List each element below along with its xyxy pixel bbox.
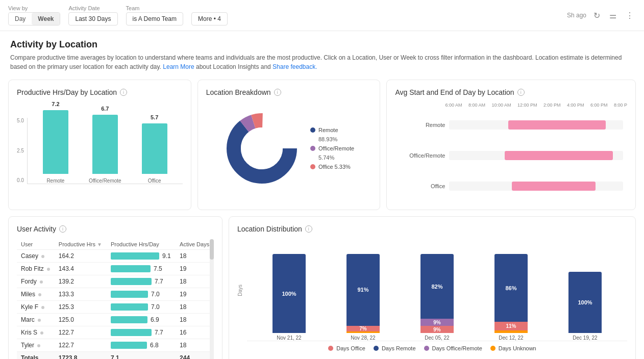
- activity-date-group: Activity Date Last 30 Days: [68, 5, 117, 25]
- toolbar-right: Sh ago ↻ ⚌ ⋮: [567, 9, 636, 22]
- table-row[interactable]: Casey 164.2 9.1 18: [17, 250, 214, 263]
- user-badge: [47, 268, 50, 271]
- location-dist-legend: Days Office Days Remote Days Office/Remo…: [237, 345, 627, 351]
- totals-row: Totals 1723.8 7.1 244: [17, 352, 214, 360]
- location-distribution-info-icon[interactable]: i: [305, 225, 312, 233]
- more-filter-button[interactable]: More • 4: [191, 12, 228, 25]
- donut-chart-container: Remote 88.93% Office/Remote 5.74% Offi: [206, 102, 372, 194]
- user-badge: [37, 344, 40, 347]
- col-active-days: Active Days: [176, 239, 214, 250]
- user-activity-title: User Activity i: [17, 225, 214, 233]
- col-hrs-per-day: Productive Hrs/Day: [107, 239, 176, 250]
- table-row[interactable]: Kyle F 125.3 7.0 18: [17, 301, 214, 314]
- legend-office-remote-dot: [310, 146, 315, 151]
- view-by-group: View by Day Week: [8, 5, 60, 25]
- gantt-row-office-remote[interactable]: Office/Remote: [399, 151, 623, 160]
- view-by-label: View by: [8, 5, 60, 11]
- legend-days-office: Days Office: [328, 345, 365, 351]
- scrollbar[interactable]: [210, 239, 214, 359]
- refresh-button[interactable]: ↻: [591, 9, 602, 22]
- legend-remote-dot: [310, 127, 315, 133]
- timestamp: Sh ago: [567, 12, 586, 19]
- user-badge: [40, 331, 43, 335]
- loc-dist-col-4[interactable]: 86% 11% Dec 12, 22: [494, 254, 528, 341]
- user-activity-tbody: Casey 164.2 9.1 18 Rob Fitz 143.4 7.5 19: [17, 250, 214, 360]
- legend-days-remote: Days Remote: [374, 345, 416, 351]
- user-activity-table-container: User Productive Hrs ▼ Productive Hrs/Day…: [17, 239, 214, 359]
- legend-office: Office 5.33%: [310, 164, 354, 170]
- more-options-button[interactable]: ⋮: [624, 9, 636, 22]
- loc-dist-col-1[interactable]: 100% Nov 21, 22: [273, 254, 306, 341]
- date-filter-button[interactable]: Last 30 Days: [68, 12, 117, 25]
- page-header: Activity by Location Compare productive …: [0, 31, 644, 75]
- col-productive-hrs[interactable]: Productive Hrs ▼: [55, 239, 107, 250]
- gantt-x-axis: 6:00 AM 8:00 AM 10:00 AM 12:00 PM 2:00 P…: [395, 102, 627, 108]
- location-distribution-chart-area: Days 100% Nov 21, 22 91% 7%: [237, 239, 627, 341]
- scrollbar-thumb[interactable]: [210, 239, 214, 260]
- dashboard: Productive Hrs/Day by Location i 5.0 2.5…: [0, 75, 644, 359]
- productive-hrs-title: Productive Hrs/Day by Location i: [17, 88, 183, 96]
- location-breakdown-chart: Location Breakdown i Remote: [197, 80, 381, 210]
- bar-office-remote[interactable]: 6.7 Office/Remote: [89, 106, 121, 184]
- table-row[interactable]: Tyler 122.7 6.8 18: [17, 339, 214, 352]
- donut-legend: Remote 88.93% Office/Remote 5.74% Offi: [310, 127, 354, 170]
- gantt-row-remote[interactable]: Remote: [399, 120, 623, 130]
- learn-more-link[interactable]: Learn More: [163, 63, 194, 70]
- legend-days-office-remote: Days Office/Remote: [424, 345, 482, 351]
- user-badge: [41, 306, 44, 309]
- legend-office-remote: Office/Remote: [310, 145, 354, 151]
- avg-start-end-title: Avg Start and End of Day by Location i: [395, 88, 627, 96]
- table-row[interactable]: Miles 133.3 7.0 19: [17, 288, 214, 301]
- user-activity-table: User Productive Hrs ▼ Productive Hrs/Day…: [17, 239, 214, 359]
- loc-dist-col-5[interactable]: 100% Dec 19, 22: [568, 272, 602, 341]
- avg-start-end-info-icon[interactable]: i: [517, 89, 525, 96]
- productive-hrs-chart: Productive Hrs/Day by Location i 5.0 2.5…: [8, 80, 191, 210]
- location-distribution-title: Location Distribution i: [237, 225, 627, 233]
- team-filter-button[interactable]: is A Demo Team: [126, 12, 183, 25]
- bottom-charts-row: User Activity i User Productive Hrs ▼ Pr…: [8, 216, 636, 359]
- table-header-row: User Productive Hrs ▼ Productive Hrs/Day…: [17, 239, 214, 250]
- table-row[interactable]: Marc 125.0 6.9 18: [17, 314, 214, 326]
- page-title: Activity by Location: [10, 39, 634, 50]
- user-badge: [38, 293, 41, 296]
- legend-office-dot: [310, 164, 315, 169]
- user-badge: [40, 280, 43, 284]
- view-by-toggle: Day Week: [8, 12, 60, 25]
- avg-start-end-chart: Avg Start and End of Day by Location i 6…: [386, 80, 636, 210]
- filter-button[interactable]: ⚌: [607, 9, 618, 22]
- gantt-chart: Remote Office/Remote Office: [395, 110, 627, 201]
- y-axis-label: Days: [237, 239, 247, 341]
- donut-chart-svg: [224, 110, 300, 187]
- svg-point-3: [241, 127, 283, 169]
- user-badge: [38, 319, 41, 322]
- page-description: Compare productive time averages by loca…: [10, 53, 634, 71]
- team-label: Team: [126, 5, 183, 11]
- share-feedback-link[interactable]: Share feedback.: [273, 63, 317, 70]
- user-badge: [41, 255, 44, 258]
- activity-date-label: Activity Date: [68, 5, 117, 11]
- bar-remote[interactable]: 7.2 Remote: [43, 101, 68, 184]
- week-button[interactable]: Week: [32, 13, 60, 25]
- productive-hrs-bar-chart: 5.0 2.5 0.0 7.2 Remote 6.7 Of: [17, 102, 183, 194]
- user-activity-card: User Activity i User Productive Hrs ▼ Pr…: [8, 216, 222, 359]
- loc-dist-col-3[interactable]: 82% 9% 9% Dec 05, 22: [420, 254, 454, 341]
- gantt-row-office[interactable]: Office: [399, 182, 623, 191]
- col-user: User: [17, 239, 55, 250]
- productive-hrs-info-icon[interactable]: i: [120, 89, 127, 96]
- location-breakdown-title: Location Breakdown i: [206, 88, 372, 96]
- legend-remote-pct: 88.93%: [310, 136, 354, 142]
- legend-days-unknown: Days Unknown: [490, 345, 536, 351]
- table-row[interactable]: Rob Fitz 143.4 7.5 19: [17, 263, 214, 275]
- table-row[interactable]: Fordy 139.2 7.7 18: [17, 275, 214, 288]
- bar-chart-inner: 7.2 Remote 6.7 Office/Remote 5.7: [27, 118, 183, 184]
- loc-dist-col-2[interactable]: 91% 7% Nov 28, 22: [346, 254, 380, 341]
- user-activity-info-icon[interactable]: i: [59, 225, 66, 233]
- location-breakdown-info-icon[interactable]: i: [274, 89, 281, 96]
- top-charts-row: Productive Hrs/Day by Location i 5.0 2.5…: [8, 80, 636, 210]
- day-button[interactable]: Day: [9, 13, 32, 25]
- toolbar: View by Day Week Activity Date Last 30 D…: [0, 0, 644, 31]
- legend-office-remote-pct: 5.74%: [310, 155, 354, 161]
- bar-office[interactable]: 5.7 Office: [142, 114, 167, 184]
- location-dist-bars: 100% Nov 21, 22 91% 7% Nov 28, 22: [247, 239, 627, 341]
- table-row[interactable]: Kris S 122.7 7.7 16: [17, 326, 214, 339]
